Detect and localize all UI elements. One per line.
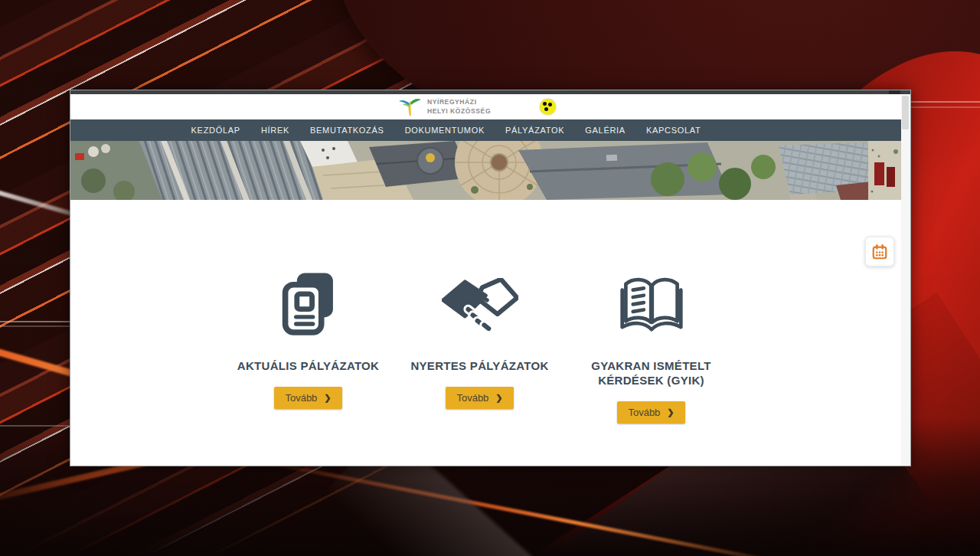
- bg-thin-line: [910, 101, 980, 103]
- open-book-icon: [619, 267, 684, 336]
- nav-item-kezdolap[interactable]: KEZDŐLAP: [191, 126, 240, 135]
- hero-image-art: [70, 141, 901, 200]
- nav-item-galeria[interactable]: GALÉRIA: [585, 126, 626, 135]
- chevron-right-icon: ❯: [667, 407, 674, 417]
- logo-text: NYÍREGYHÁZI HELYI KÖZÖSSÉG: [427, 98, 491, 116]
- scrollbar-thumb[interactable]: [902, 96, 909, 129]
- webpage: NYÍREGYHÁZI HELYI KÖZÖSSÉG KEZDŐLAP HÍRE…: [70, 94, 901, 466]
- vertical-scrollbar[interactable]: [900, 94, 910, 466]
- logo-bird-icon: [399, 97, 422, 116]
- calendar-icon: [871, 244, 888, 260]
- card-title: GYAKRAN ISMÉTELT KÉRDÉSEK (GYIK): [579, 359, 724, 388]
- chevron-right-icon: ❯: [324, 393, 331, 403]
- tovabb-button-gyik[interactable]: Tovább ❯: [617, 401, 684, 424]
- handshake-icon: [442, 267, 518, 336]
- card-title: AKTUÁLIS PÁLYÁZATOK: [237, 359, 379, 374]
- button-label: Tovább: [456, 392, 488, 404]
- calendar-widget-button[interactable]: [865, 237, 894, 267]
- chevron-right-icon: ❯: [495, 393, 502, 403]
- nav-item-palyazatok[interactable]: PÁLYÁZATOK: [505, 126, 564, 135]
- bg-thin-line: [910, 106, 980, 108]
- nav-item-dokumentumok[interactable]: DOKUMENTUMOK: [405, 126, 485, 135]
- nav-menu: KEZDŐLAP HÍREK BEMUTATKOZÁS DOKUMENTUMOK…: [191, 126, 701, 135]
- bg-thin-line: [0, 425, 70, 427]
- browser-window: NYÍREGYHÁZI HELYI KÖZÖSSÉG KEZDŐLAP HÍRE…: [70, 90, 911, 466]
- feature-cards: AKTUÁLIS PÁLYÁZATOK Tovább ❯: [70, 267, 895, 424]
- hero-aerial-photo: [70, 141, 901, 200]
- tovabb-button-aktualis[interactable]: Tovább ❯: [274, 387, 341, 409]
- site-logo[interactable]: NYÍREGYHÁZI HELYI KÖZÖSSÉG: [399, 97, 491, 116]
- card-title: NYERTES PÁLYÁZATOK: [410, 359, 548, 374]
- button-label: Tovább: [285, 392, 317, 404]
- main-content: AKTUÁLIS PÁLYÁZATOK Tovább ❯: [70, 200, 901, 424]
- nav-item-hirek[interactable]: HÍREK: [261, 126, 289, 135]
- card-gyik: GYAKRAN ISMÉTELT KÉRDÉSEK (GYIK) Tovább …: [566, 267, 737, 424]
- nav-item-kapcsolat[interactable]: KAPCSOLAT: [646, 126, 701, 135]
- main-navbar: KEZDŐLAP HÍREK BEMUTATKOZÁS DOKUMENTUMOK…: [70, 119, 901, 141]
- accessibility-dot: [544, 107, 548, 111]
- card-nyertes-palyazatok: NYERTES PÁLYÁZATOK Tovább ❯: [394, 267, 566, 424]
- nav-item-bemutatkozas[interactable]: BEMUTATKOZÁS: [310, 126, 384, 135]
- bg-thin-line: [0, 321, 70, 322]
- bg-thin-line: [0, 325, 70, 327]
- accessibility-dot: [543, 102, 547, 106]
- card-aktualis-palyazatok: AKTUÁLIS PÁLYÁZATOK Tovább ❯: [223, 267, 394, 424]
- tovabb-button-nyertes[interactable]: Tovább ❯: [446, 387, 513, 409]
- logo-line1: NYÍREGYHÁZI: [427, 98, 491, 106]
- button-label: Tovább: [628, 407, 660, 418]
- logo-line2: HELYI KÖZÖSSÉG: [427, 107, 491, 116]
- site-header: NYÍREGYHÁZI HELYI KÖZÖSSÉG: [70, 94, 901, 119]
- accessibility-dot: [548, 103, 552, 106]
- accessibility-icon[interactable]: [540, 99, 556, 115]
- documents-icon: [279, 267, 338, 336]
